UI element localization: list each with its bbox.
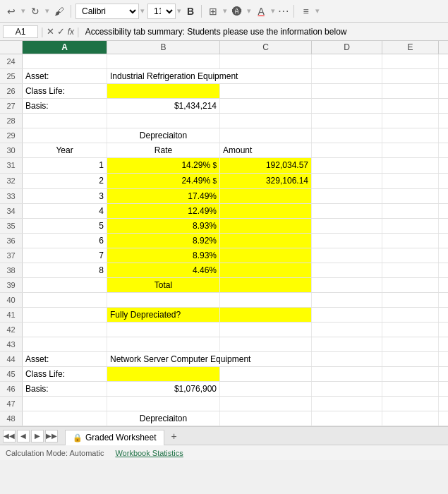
cell-b43[interactable] bbox=[107, 337, 220, 351]
cell-a41[interactable] bbox=[23, 308, 107, 322]
workbook-stats-label[interactable]: Workbook Statistics bbox=[115, 449, 183, 457]
cell-a43[interactable] bbox=[23, 337, 107, 351]
cell-a24[interactable] bbox=[23, 54, 107, 68]
cell-b25[interactable]: Industrial Refrigeration Equipment bbox=[107, 69, 312, 83]
cell-e43[interactable] bbox=[382, 337, 439, 351]
cell-b24[interactable] bbox=[107, 54, 220, 68]
cell-b33[interactable]: 17.49% bbox=[107, 189, 220, 203]
cell-c29[interactable] bbox=[220, 128, 312, 143]
cell-e34[interactable] bbox=[382, 204, 439, 218]
cell-a40[interactable] bbox=[23, 293, 107, 307]
cell-d28[interactable] bbox=[312, 114, 382, 128]
cell-a36[interactable]: 6 bbox=[23, 234, 107, 248]
cell-d42[interactable] bbox=[312, 323, 382, 337]
cell-e28[interactable] bbox=[382, 114, 439, 128]
cell-b29[interactable]: Depreciaiton bbox=[107, 128, 220, 143]
cell-a37[interactable]: 7 bbox=[23, 248, 107, 263]
cell-b26[interactable] bbox=[107, 84, 220, 98]
cell-d35[interactable] bbox=[312, 219, 382, 233]
cell-a28[interactable] bbox=[23, 114, 107, 128]
cell-d34[interactable] bbox=[312, 204, 382, 218]
cell-e26[interactable] bbox=[382, 84, 439, 98]
font-selector[interactable]: Calibri bbox=[75, 4, 139, 19]
cell-a42[interactable] bbox=[23, 323, 107, 337]
cell-d41[interactable] bbox=[312, 308, 382, 322]
cell-d46[interactable] bbox=[312, 382, 382, 396]
col-header-d[interactable]: D bbox=[312, 41, 382, 54]
align-icon[interactable]: ≡ bbox=[298, 4, 313, 18]
highlight-arrow[interactable]: ▾ bbox=[247, 6, 251, 16]
cell-b37[interactable]: 8.93% bbox=[107, 248, 220, 263]
cell-c31[interactable]: 192,034.57 bbox=[220, 158, 312, 173]
cell-e35[interactable] bbox=[382, 219, 439, 233]
fontcolor-arrow[interactable]: ▾ bbox=[271, 6, 275, 16]
more-options[interactable]: ··· bbox=[278, 5, 289, 18]
cell-b41[interactable]: Fully Depreciated? bbox=[107, 308, 220, 322]
cell-e40[interactable] bbox=[382, 293, 439, 307]
cell-b42[interactable] bbox=[107, 323, 220, 337]
paint-icon[interactable]: 🖌 bbox=[52, 4, 66, 18]
cell-b45[interactable] bbox=[107, 367, 220, 381]
cell-c39[interactable] bbox=[220, 278, 312, 292]
cell-c33[interactable] bbox=[220, 189, 312, 203]
fontcolor-icon[interactable]: A bbox=[254, 4, 268, 18]
cell-d40[interactable] bbox=[312, 293, 382, 307]
cell-a45[interactable]: Class Life: bbox=[23, 367, 107, 381]
cell-a32[interactable]: 2 bbox=[23, 174, 107, 188]
cell-d33[interactable] bbox=[312, 189, 382, 203]
tab-nav-prev[interactable]: ◀ bbox=[17, 430, 30, 442]
cell-e27[interactable] bbox=[382, 99, 439, 113]
undo-icon[interactable]: ↩ bbox=[4, 4, 18, 18]
align-arrow[interactable]: ▾ bbox=[315, 6, 320, 16]
undo-arrow[interactable]: ▾ bbox=[21, 6, 25, 16]
cell-a29[interactable] bbox=[23, 128, 107, 143]
cell-e44[interactable] bbox=[382, 352, 439, 366]
cell-d48[interactable] bbox=[312, 411, 382, 426]
cell-b30[interactable]: Rate bbox=[107, 143, 220, 157]
cell-c48[interactable] bbox=[220, 411, 312, 426]
cell-c28[interactable] bbox=[220, 114, 312, 128]
redo-icon[interactable]: ↻ bbox=[28, 4, 42, 18]
cell-e29[interactable] bbox=[382, 128, 439, 143]
cell-reference[interactable] bbox=[3, 25, 38, 38]
cell-e24[interactable] bbox=[382, 54, 439, 68]
cell-c35[interactable] bbox=[220, 219, 312, 233]
cell-b34[interactable]: 12.49% bbox=[107, 204, 220, 218]
cell-b48[interactable]: Depreciaiton bbox=[107, 411, 220, 426]
cell-c34[interactable] bbox=[220, 204, 312, 218]
cell-c32[interactable]: 329,106.14 bbox=[220, 174, 312, 188]
cell-d36[interactable] bbox=[312, 234, 382, 248]
cell-c47[interactable] bbox=[220, 397, 312, 411]
cell-d30[interactable] bbox=[312, 143, 382, 157]
cell-d39[interactable] bbox=[312, 278, 382, 292]
cell-b47[interactable] bbox=[107, 397, 220, 411]
cell-b27[interactable]: $1,434,214 bbox=[107, 99, 220, 113]
cell-e36[interactable] bbox=[382, 234, 439, 248]
col-header-e[interactable]: E bbox=[382, 41, 439, 54]
cell-b46[interactable]: $1,076,900 bbox=[107, 382, 220, 396]
cell-e46[interactable] bbox=[382, 382, 439, 396]
cell-c40[interactable] bbox=[220, 293, 312, 307]
col-header-b[interactable]: B bbox=[107, 41, 220, 54]
cell-e45[interactable] bbox=[382, 367, 439, 381]
cell-a44[interactable]: Asset: bbox=[23, 352, 107, 366]
cell-c42[interactable] bbox=[220, 323, 312, 337]
tab-nav-first[interactable]: ◀◀ bbox=[3, 430, 16, 442]
font-arrow[interactable]: ▾ bbox=[140, 6, 145, 16]
cell-a27[interactable]: Basis: bbox=[23, 99, 107, 113]
col-header-c[interactable]: C bbox=[220, 41, 312, 54]
cell-e25[interactable] bbox=[382, 69, 439, 83]
cell-d31[interactable] bbox=[312, 158, 382, 173]
cell-c46[interactable] bbox=[220, 382, 312, 396]
cell-d38[interactable] bbox=[312, 263, 382, 277]
cell-e37[interactable] bbox=[382, 248, 439, 263]
cell-c26[interactable] bbox=[220, 84, 312, 98]
cell-d27[interactable] bbox=[312, 99, 382, 113]
cell-b35[interactable]: 8.93% bbox=[107, 219, 220, 233]
cell-e32[interactable] bbox=[382, 174, 439, 188]
cell-e47[interactable] bbox=[382, 397, 439, 411]
cell-e30[interactable] bbox=[382, 143, 439, 157]
cell-d24[interactable] bbox=[312, 54, 382, 68]
cell-e41[interactable] bbox=[382, 308, 439, 322]
cell-b38[interactable]: 4.46% bbox=[107, 263, 220, 277]
